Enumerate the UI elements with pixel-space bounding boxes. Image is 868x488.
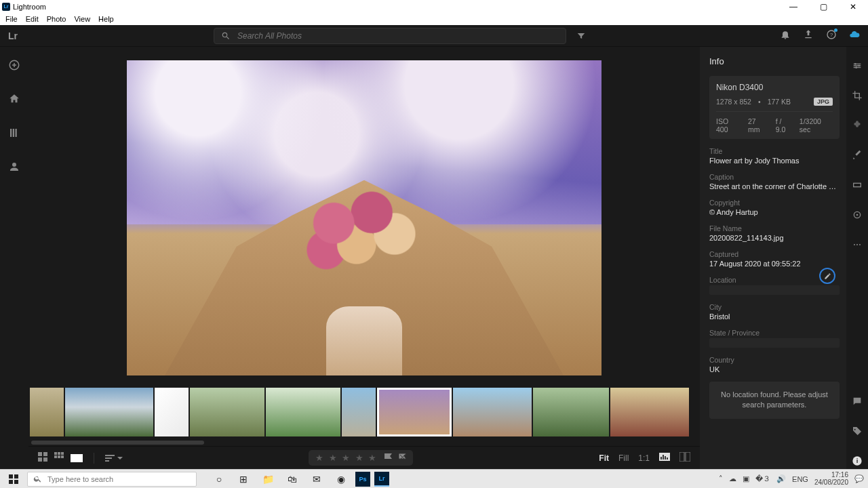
search-input[interactable] xyxy=(237,31,559,41)
zoom-fit[interactable]: Fit xyxy=(599,453,609,463)
detail-view-icon[interactable] xyxy=(71,454,83,462)
caption-value[interactable]: Street art on the corner of Charlotte St… xyxy=(709,182,840,190)
svg-point-25 xyxy=(856,214,859,216)
brush-icon[interactable] xyxy=(852,150,863,163)
healing-icon[interactable] xyxy=(852,120,863,134)
tray-notifications-icon[interactable]: 💬 xyxy=(854,474,864,483)
sort-button[interactable] xyxy=(105,454,123,462)
filmstrip-thumb[interactable] xyxy=(190,388,264,436)
grid-view-icon[interactable] xyxy=(38,452,47,464)
svg-point-27 xyxy=(856,244,858,245)
svg-rect-31 xyxy=(9,474,13,479)
rating-stars[interactable]: ★ ★ ★ ★ ★ xyxy=(315,453,378,463)
tray-volume-icon[interactable]: 🔊 xyxy=(776,474,786,483)
filmstrip-scrollbar[interactable] xyxy=(28,439,700,446)
window-close-button[interactable]: ✕ xyxy=(838,0,868,13)
lightroom-app: Lr ? xyxy=(0,25,868,469)
task-taskview-icon[interactable]: ⊞ xyxy=(233,472,254,487)
share-icon[interactable] xyxy=(803,29,814,43)
search-icon xyxy=(221,31,231,41)
photo-viewer[interactable] xyxy=(28,47,700,386)
filmstrip-thumb[interactable] xyxy=(65,388,153,436)
task-explorer-icon[interactable]: 📁 xyxy=(258,472,278,487)
title-value[interactable]: Flower art by Jody Thomas xyxy=(709,157,840,165)
menu-file[interactable]: File xyxy=(1,15,22,23)
menu-view[interactable]: View xyxy=(70,15,94,23)
filmstrip-thumb[interactable] xyxy=(30,388,64,436)
search-box[interactable] xyxy=(214,28,566,44)
task-store-icon[interactable]: 🛍 xyxy=(282,472,302,487)
radial-gradient-icon[interactable] xyxy=(852,209,863,223)
sharing-icon[interactable] xyxy=(8,161,20,176)
taskbar-search[interactable]: Type here to search xyxy=(27,472,197,487)
my-photos-icon[interactable] xyxy=(8,127,20,142)
bottom-toolbar: ★ ★ ★ ★ ★ Fit Fill 1:1 xyxy=(28,446,700,469)
more-icon[interactable] xyxy=(852,239,863,253)
city-value[interactable]: Bristol xyxy=(709,312,840,321)
svg-text:i: i xyxy=(856,458,859,464)
svg-rect-19 xyxy=(686,452,690,462)
filmstrip-thumb[interactable] xyxy=(377,388,452,436)
filmstrip-thumb[interactable] xyxy=(155,388,189,436)
edit-capture-time-button[interactable] xyxy=(819,268,835,284)
keywords-icon[interactable] xyxy=(852,426,863,439)
filmstrip-thumb[interactable] xyxy=(453,388,532,436)
flag-reject-icon[interactable] xyxy=(399,453,406,462)
crop-icon[interactable] xyxy=(852,90,863,104)
filter-button[interactable] xyxy=(574,31,588,41)
filename-value: 20200822_114143.jpg xyxy=(709,234,840,242)
tray-language[interactable]: ENG xyxy=(792,475,808,483)
location-value[interactable] xyxy=(709,285,840,295)
before-after-icon[interactable] xyxy=(679,452,690,464)
city-label: City xyxy=(709,303,840,311)
window-maximize-button[interactable]: ▢ xyxy=(808,0,838,13)
menu-photo[interactable]: Photo xyxy=(43,15,71,23)
filmstrip-thumb[interactable] xyxy=(342,388,376,436)
info-heading: Info xyxy=(709,56,840,66)
filmstrip-thumb[interactable] xyxy=(533,388,609,436)
svg-rect-16 xyxy=(665,456,666,460)
svg-rect-6 xyxy=(43,458,47,462)
svg-rect-3 xyxy=(38,452,42,456)
task-lightroom-icon[interactable]: Lr xyxy=(374,472,389,487)
add-photos-icon[interactable] xyxy=(8,59,20,74)
notifications-icon[interactable] xyxy=(780,29,791,43)
task-photoshop-icon[interactable]: Ps xyxy=(355,472,370,487)
info-icon[interactable]: i xyxy=(852,455,863,469)
location-note: No location found. Please adjust search … xyxy=(709,382,840,419)
cloud-sync-icon[interactable] xyxy=(849,29,860,43)
tray-wifi-icon[interactable]: �３ xyxy=(755,474,770,484)
svg-text:?: ? xyxy=(830,31,833,37)
main-area: ★ ★ ★ ★ ★ Fit Fill 1:1 xyxy=(28,47,700,469)
tray-camera-icon[interactable]: ▣ xyxy=(743,474,749,483)
task-cortana-icon[interactable]: ○ xyxy=(209,472,229,487)
state-value[interactable] xyxy=(709,338,840,348)
flag-pick-icon[interactable] xyxy=(384,453,392,462)
copyright-value[interactable]: © Andy Hartup xyxy=(709,208,840,216)
tray-clock[interactable]: 17:16 24/08/2020 xyxy=(814,472,848,486)
menu-edit[interactable]: Edit xyxy=(22,15,43,23)
help-icon[interactable]: ? xyxy=(826,29,837,43)
window-minimize-button[interactable]: — xyxy=(778,0,808,13)
format-badge: JPG xyxy=(814,98,833,106)
tray-onedrive-icon[interactable]: ☁ xyxy=(729,474,736,483)
tray-chevron-icon[interactable]: ˄ xyxy=(719,474,723,483)
home-icon[interactable] xyxy=(8,93,20,108)
filmstrip-thumb[interactable] xyxy=(266,388,340,436)
menu-help[interactable]: Help xyxy=(94,15,118,23)
zoom-fill[interactable]: Fill xyxy=(618,453,629,463)
task-mail-icon[interactable]: ✉ xyxy=(307,472,327,487)
compare-view-icon[interactable] xyxy=(54,452,64,464)
state-label: State / Province xyxy=(709,329,840,337)
histogram-icon[interactable] xyxy=(659,453,670,463)
country-value[interactable]: UK xyxy=(709,365,840,373)
comments-icon[interactable] xyxy=(852,396,863,409)
edit-icon[interactable] xyxy=(852,60,863,74)
linear-gradient-icon[interactable] xyxy=(852,180,863,193)
shutter-speed: 1/3200 sec xyxy=(800,117,833,134)
start-button[interactable] xyxy=(0,474,27,484)
filmstrip[interactable] xyxy=(28,386,700,439)
filmstrip-thumb[interactable] xyxy=(610,388,689,436)
zoom-1to1[interactable]: 1:1 xyxy=(638,453,650,463)
task-chrome-icon[interactable]: ◉ xyxy=(331,472,351,487)
